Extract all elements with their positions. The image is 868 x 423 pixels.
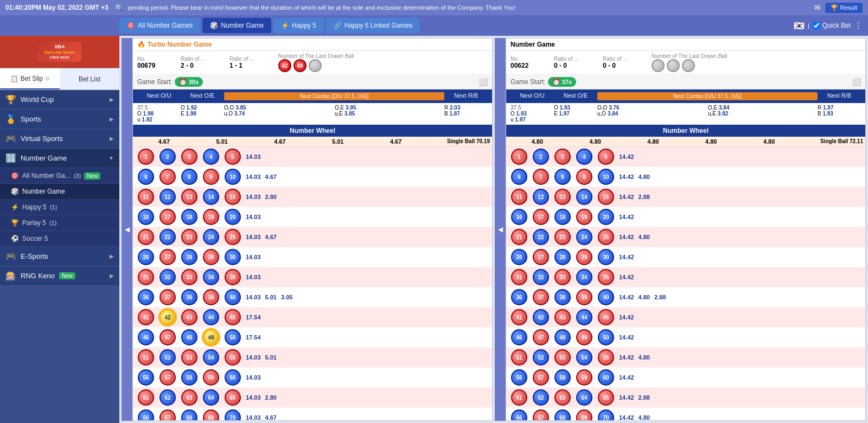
r-oe-e-value[interactable]: 1.97	[559, 111, 569, 117]
oe-e-value[interactable]: 1.98	[186, 111, 196, 117]
row-odd-val1[interactable]: 14.03	[246, 354, 261, 361]
r-combo-oe[interactable]: 3.84	[719, 105, 729, 111]
number-ball-43[interactable]: 43	[554, 309, 571, 325]
r-combo-oo[interactable]: 3.76	[609, 105, 619, 111]
number-ball-55[interactable]: 55	[225, 349, 241, 366]
number-ball-45[interactable]: 45	[225, 309, 241, 325]
r-oe-o-value[interactable]: 1.93	[560, 105, 570, 111]
number-ball-60[interactable]: 60	[225, 369, 241, 386]
row-odd-val2[interactable]: 4.67	[265, 414, 277, 420]
r-rb-r-value[interactable]: 1.97	[823, 105, 833, 111]
row-odd-val1[interactable]: 14.42	[619, 153, 634, 160]
number-ball-37[interactable]: 37	[159, 289, 176, 305]
number-ball-44[interactable]: 44	[203, 309, 219, 325]
number-ball-64[interactable]: 64	[203, 389, 219, 406]
number-ball-24[interactable]: 24	[576, 229, 592, 245]
number-ball-54[interactable]: 54	[203, 349, 219, 366]
number-ball-29[interactable]: 29	[203, 249, 219, 265]
search-icon[interactable]: 🔍	[115, 4, 124, 12]
number-ball-53[interactable]: 53	[181, 349, 197, 366]
number-ball-6[interactable]: 6	[138, 169, 154, 185]
number-ball-23[interactable]: 23	[554, 229, 571, 245]
number-ball-38[interactable]: 38	[554, 289, 571, 305]
number-ball-66[interactable]: 66	[138, 409, 154, 420]
row-odd-val1[interactable]: 14.42	[619, 414, 634, 420]
number-ball-10[interactable]: 10	[598, 169, 614, 185]
row-odd-val1[interactable]: 14.42	[619, 234, 634, 240]
sidebar-item-rng-keno[interactable]: 🎰 RNG Keno New ▶	[0, 266, 119, 286]
number-ball-63[interactable]: 63	[181, 389, 197, 406]
number-ball-31[interactable]: 31	[138, 269, 154, 285]
number-ball-12[interactable]: 12	[533, 189, 549, 205]
row-odd-val1[interactable]: 14.42	[619, 214, 634, 220]
number-ball-5[interactable]: 5	[225, 149, 241, 165]
number-ball-12[interactable]: 12	[159, 189, 176, 205]
sidebar-item-sports[interactable]: 🏅 Sports ▶	[0, 110, 119, 129]
number-ball-3[interactable]: 3	[181, 149, 197, 165]
number-ball-57[interactable]: 57	[533, 369, 549, 386]
bet-list-tab[interactable]: Bet List	[60, 68, 119, 89]
number-ball-4[interactable]: 4	[576, 149, 592, 165]
panel-action-icon-right[interactable]: ⬜	[852, 78, 861, 86]
number-ball-27[interactable]: 27	[159, 249, 176, 265]
number-ball-54[interactable]: 54	[576, 349, 592, 366]
number-ball-50[interactable]: 50	[225, 329, 241, 345]
number-ball-45[interactable]: 45	[598, 309, 614, 325]
number-ball-36[interactable]: 36	[138, 289, 154, 305]
number-ball-57[interactable]: 57	[159, 369, 176, 386]
number-ball-65[interactable]: 65	[598, 389, 614, 406]
row-odd-val3[interactable]: 2.88	[639, 194, 650, 200]
number-ball-61[interactable]: 61	[138, 389, 154, 406]
number-ball-51[interactable]: 51	[138, 349, 154, 366]
number-ball-29[interactable]: 29	[576, 249, 592, 265]
number-ball-30[interactable]: 30	[225, 249, 241, 265]
number-ball-49[interactable]: 49	[203, 329, 219, 345]
number-ball-68[interactable]: 68	[554, 409, 571, 420]
number-ball-17[interactable]: 17	[159, 209, 176, 225]
number-ball-10[interactable]: 10	[225, 169, 241, 185]
sidebar-item-virtual-sports[interactable]: 🎮 Virtual Sports ▶	[0, 129, 119, 149]
row-odd-val2[interactable]: 4.80	[639, 234, 650, 240]
number-ball-47[interactable]: 47	[159, 329, 176, 345]
row-odd-val1[interactable]: 14.03	[246, 294, 261, 300]
rb-b-value[interactable]: 1.87	[449, 111, 459, 117]
bet-slip-tab[interactable]: 📋 Bet Slip ⊙	[0, 68, 60, 89]
row-odd-val2[interactable]: 4.67	[265, 234, 277, 240]
number-ball-62[interactable]: 62	[159, 389, 176, 406]
row-odd-val3[interactable]: 2.80	[265, 194, 277, 200]
number-ball-28[interactable]: 28	[554, 249, 571, 265]
number-ball-70[interactable]: 70	[225, 409, 241, 420]
row-odd-val1[interactable]: 14.03	[246, 274, 261, 280]
number-ball-9[interactable]: 9	[203, 169, 219, 185]
number-ball-41[interactable]: 41	[511, 309, 527, 325]
number-ball-32[interactable]: 32	[159, 269, 176, 285]
number-ball-39[interactable]: 39	[203, 289, 219, 305]
number-ball-51[interactable]: 51	[511, 349, 527, 366]
panel-action-icon[interactable]: ⬜	[478, 78, 488, 86]
number-ball-15[interactable]: 15	[598, 189, 614, 205]
sidebar-sub-item-happy5[interactable]: ⚡ Happy 5 (1)	[0, 200, 119, 215]
number-ball-66[interactable]: 66	[511, 409, 527, 420]
number-ball-16[interactable]: 16	[138, 209, 154, 225]
number-ball-59[interactable]: 59	[203, 369, 219, 386]
number-ball-1[interactable]: 1	[511, 149, 527, 165]
number-ball-7[interactable]: 7	[159, 169, 176, 185]
row-odd-val1[interactable]: 14.42	[619, 314, 634, 321]
number-ball-25[interactable]: 25	[598, 229, 614, 245]
number-ball-40[interactable]: 40	[598, 289, 614, 305]
r-combo-ue[interactable]: 3.92	[718, 111, 728, 117]
number-ball-16[interactable]: 16	[511, 209, 527, 225]
combo-oe[interactable]: 3.95	[346, 105, 356, 111]
rb-r-value[interactable]: 2.03	[450, 105, 460, 111]
number-ball-25[interactable]: 25	[225, 229, 241, 245]
number-ball-14[interactable]: 14	[576, 189, 592, 205]
number-ball-58[interactable]: 58	[554, 369, 571, 386]
number-ball-63[interactable]: 63	[554, 389, 571, 406]
combo-uo[interactable]: 3.74	[234, 111, 245, 117]
number-ball-46[interactable]: 46	[138, 329, 154, 345]
number-ball-2[interactable]: 2	[533, 149, 549, 165]
row-odd-val2[interactable]: 5.01	[265, 354, 277, 361]
number-ball-36[interactable]: 36	[511, 289, 527, 305]
number-ball-56[interactable]: 56	[138, 369, 154, 386]
number-ball-28[interactable]: 28	[181, 249, 197, 265]
